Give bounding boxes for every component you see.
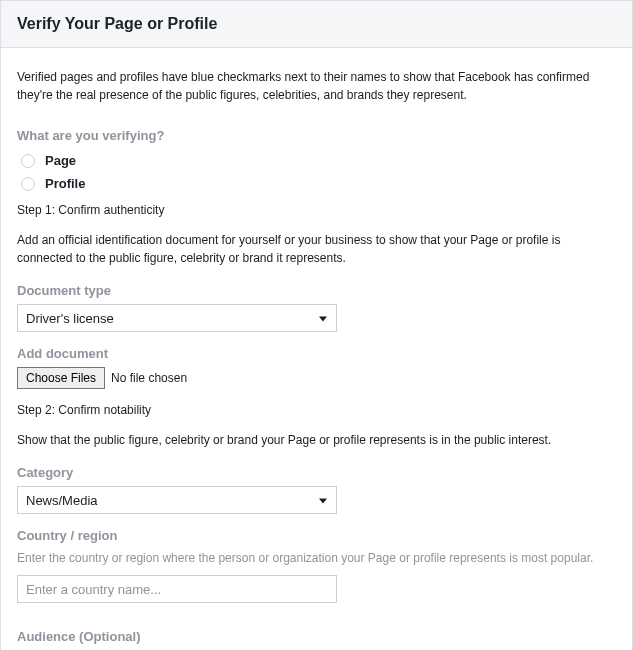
verify-form-container: Verify Your Page or Profile Verified pag… — [0, 0, 633, 650]
page-title: Verify Your Page or Profile — [17, 15, 616, 33]
document-type-select[interactable]: Driver's license — [17, 304, 337, 332]
radio-label-page: Page — [45, 153, 76, 168]
country-input[interactable] — [17, 575, 337, 603]
audience-label: Audience (Optional) — [17, 629, 616, 644]
category-select[interactable]: News/Media — [17, 486, 337, 514]
category-select-wrap: News/Media — [17, 486, 337, 514]
form-content: Verified pages and profiles have blue ch… — [1, 48, 632, 650]
intro-text: Verified pages and profiles have blue ch… — [17, 68, 616, 104]
add-document-label: Add document — [17, 346, 616, 361]
file-input-row: Choose Files No file chosen — [17, 367, 616, 389]
document-type-select-wrap: Driver's license — [17, 304, 337, 332]
radio-label-profile: Profile — [45, 176, 85, 191]
step2-title: Step 2: Confirm notability — [17, 403, 616, 417]
step1-desc: Add an official identification document … — [17, 231, 616, 267]
radio-item-profile[interactable]: Profile — [17, 176, 616, 191]
document-type-label: Document type — [17, 283, 616, 298]
radio-item-page[interactable]: Page — [17, 153, 616, 168]
step2-desc: Show that the public figure, celebrity o… — [17, 431, 616, 449]
step1-title: Step 1: Confirm authenticity — [17, 203, 616, 217]
file-status-text: No file chosen — [111, 371, 187, 385]
form-header: Verify Your Page or Profile — [1, 1, 632, 48]
radio-circle-icon[interactable] — [21, 154, 35, 168]
verifying-radio-group: Page Profile — [17, 153, 616, 191]
choose-files-button[interactable]: Choose Files — [17, 367, 105, 389]
country-label: Country / region — [17, 528, 616, 543]
verifying-question: What are you verifying? — [17, 128, 616, 143]
category-label: Category — [17, 465, 616, 480]
country-help: Enter the country or region where the pe… — [17, 549, 616, 567]
radio-circle-icon[interactable] — [21, 177, 35, 191]
